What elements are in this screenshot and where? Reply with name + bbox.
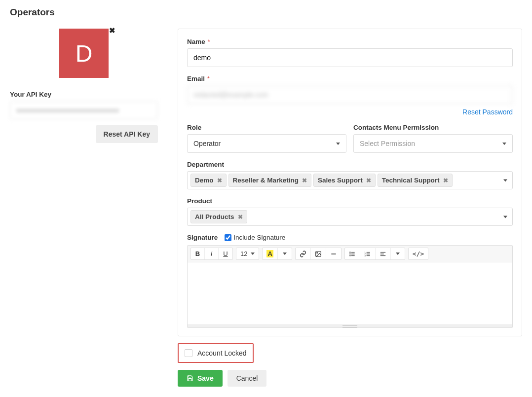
chevron-down-icon [336,143,340,145]
remove-tag-icon[interactable]: ✖ [217,177,222,184]
remove-tag-icon[interactable]: ✖ [443,177,448,184]
remove-tag-icon[interactable]: ✖ [366,177,371,184]
name-label: Name * [187,38,513,45]
page-title: Operators [10,7,522,18]
contacts-permission-label: Contacts Menu Permission [353,124,513,131]
department-tag: Sales Support✖ [313,174,376,187]
contacts-permission-select[interactable]: Select Permission [353,134,513,153]
svg-text:3: 3 [364,254,366,256]
role-select[interactable]: Operator [187,134,346,153]
save-icon [187,375,193,382]
bold-button[interactable]: B [191,248,205,259]
chevron-down-icon [503,179,507,181]
chevron-down-icon [503,216,507,218]
signature-label: Signature [187,234,218,241]
chevron-down-icon [502,143,506,145]
svg-rect-4 [351,252,355,252]
ol-button[interactable]: 123 [360,248,376,259]
chevron-down-icon [283,253,287,255]
operator-form-panel: Name * Email * Reset Password Role Opera… [178,29,522,336]
editor-resize-handle[interactable] [188,325,512,327]
font-color-button[interactable]: A [263,248,277,259]
include-signature-checkbox[interactable] [225,234,231,241]
reset-password-link[interactable]: Reset Password [462,108,513,116]
api-key-field[interactable] [10,101,158,119]
save-button[interactable]: Save [178,370,223,387]
svg-rect-14 [367,255,370,255]
cancel-button[interactable]: Cancel [228,370,267,387]
avatar[interactable]: D [59,29,109,78]
email-label: Email * [187,75,513,82]
include-signature-toggle[interactable]: Include Signature [225,234,285,241]
ul-button[interactable] [345,248,360,259]
account-locked-label: Account Locked [197,349,247,357]
chevron-down-icon [251,253,255,255]
department-label: Department [187,161,513,168]
svg-rect-8 [351,255,355,255]
department-select[interactable]: Demo✖ Reseller & Marketing✖ Sales Suppor… [187,171,513,189]
reset-api-key-button[interactable]: Reset API Key [96,125,158,143]
svg-point-5 [349,253,350,254]
sidebar: D ✖ Your API Key Reset API Key [10,29,158,387]
font-color-dropdown[interactable] [278,248,292,259]
role-label: Role [187,124,346,131]
account-locked-checkbox[interactable] [185,349,192,357]
svg-rect-6 [351,253,355,254]
product-label: Product [187,197,513,205]
image-button[interactable] [311,248,326,259]
department-tag: Reseller & Marketing✖ [228,174,312,187]
role-selected-value: Operator [193,140,221,147]
align-button[interactable] [376,248,391,259]
email-field[interactable] [187,85,513,104]
api-key-label: Your API Key [10,91,158,98]
hr-button[interactable] [326,248,341,259]
svg-rect-12 [367,253,370,254]
department-tag: Demo✖ [190,174,227,187]
chevron-down-icon [396,253,400,255]
name-field[interactable] [187,48,513,67]
product-select[interactable]: All Products✖ [187,208,513,226]
svg-rect-10 [367,252,370,252]
product-tag: All Products✖ [190,210,247,223]
svg-point-3 [349,252,350,253]
remove-tag-icon[interactable]: ✖ [302,177,307,184]
contacts-permission-placeholder: Select Permission [360,140,415,147]
svg-point-1 [317,252,318,253]
department-tag: Technical Support✖ [378,174,453,187]
align-dropdown[interactable] [391,248,405,259]
link-button[interactable] [296,248,311,259]
remove-avatar-icon[interactable]: ✖ [109,26,115,35]
signature-textarea[interactable] [188,262,512,325]
editor-toolbar: B I U 12 A [188,246,512,262]
italic-button[interactable]: I [205,248,219,259]
svg-point-7 [349,255,350,256]
remove-tag-icon[interactable]: ✖ [238,214,243,220]
font-size-select[interactable]: 12 [236,248,259,259]
account-locked-toggle[interactable]: Account Locked [178,343,254,363]
underline-button[interactable]: U [219,248,232,259]
code-view-button[interactable]: </> [409,248,428,259]
signature-editor: B I U 12 A [187,245,513,328]
